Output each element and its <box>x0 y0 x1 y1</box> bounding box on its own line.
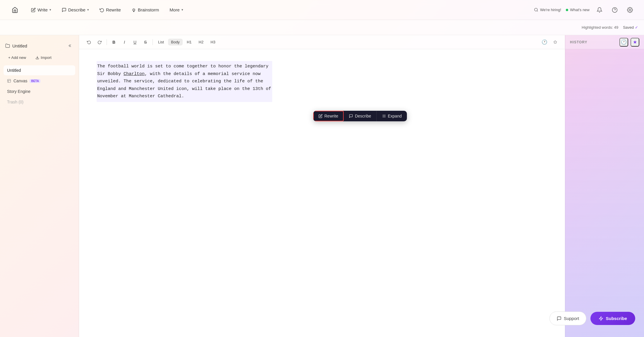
sidebar-title-area: Untitled <box>5 43 27 48</box>
separator-1 <box>107 39 107 45</box>
sidebar-item-untitled[interactable]: Untitled <box>4 65 75 75</box>
describe-chevron: ▾ <box>87 8 89 12</box>
history-panel-content <box>565 49 644 337</box>
highlighted-words: Highlighted words: 49 <box>582 25 618 30</box>
whats-new-badge[interactable]: What's new <box>566 8 590 12</box>
undo-button[interactable] <box>84 38 94 47</box>
sidebar-item-story-engine[interactable]: Story Engine <box>4 86 75 96</box>
list-button[interactable]: List <box>155 39 167 45</box>
secondary-toolbar: Highlighted words: 49 Saved ✓ <box>0 20 644 35</box>
green-dot <box>566 9 568 11</box>
sidebar-actions: + Add new Import <box>4 53 75 62</box>
svg-point-0 <box>535 8 537 11</box>
nav-right: We're hiring! What's new <box>534 5 635 15</box>
strikethrough-button[interactable]: S <box>141 38 150 47</box>
fab-rewrite-button[interactable]: Rewrite <box>313 111 344 121</box>
hiring-badge[interactable]: We're hiring! <box>534 8 561 12</box>
body-format-button[interactable]: Body <box>168 39 183 45</box>
bell-button[interactable] <box>594 5 605 15</box>
history-clock-button[interactable]: 🕐 <box>540 38 549 47</box>
nav-left: Write ▾ Describe ▾ Rewrite Brainstorm Mo… <box>9 4 188 16</box>
check-icon: ✓ <box>635 25 638 30</box>
describe-button[interactable]: Describe ▾ <box>57 4 94 15</box>
history-tools: 🕐 ✩ <box>540 38 560 47</box>
underline-button[interactable]: U <box>130 38 140 47</box>
floating-action-bar: Rewrite Describe Expand <box>313 111 407 121</box>
app-layout: Untitled + Add new Import Untitled Canva… <box>0 35 644 337</box>
editor-area: B I U S List Body H1 H2 <box>79 35 565 337</box>
charlton-link[interactable]: Charlton <box>124 72 145 76</box>
more-chevron: ▾ <box>181 8 183 12</box>
history-star-button[interactable]: ✩ <box>550 38 560 47</box>
more-button[interactable]: More ▾ <box>165 4 188 15</box>
support-button[interactable]: Support <box>549 312 587 325</box>
history-title: HISTORY <box>570 40 587 44</box>
settings-button[interactable] <box>625 5 635 15</box>
nav-toolbar: Write ▾ Describe ▾ Rewrite Brainstorm Mo… <box>26 4 188 15</box>
svg-rect-5 <box>8 79 11 83</box>
sidebar-item-canvas[interactable]: Canvas BETA <box>4 76 75 86</box>
history-clock-icon-button[interactable]: 🕐 <box>619 38 628 47</box>
editor-paragraph[interactable]: The football world is set to come togeth… <box>97 61 272 102</box>
toolbar-status: Highlighted words: 49 Saved ✓ <box>582 25 638 30</box>
top-nav: Write ▾ Describe ▾ Rewrite Brainstorm Mo… <box>0 0 644 20</box>
write-chevron: ▾ <box>49 8 51 12</box>
sidebar: Untitled + Add new Import Untitled Canva… <box>0 35 79 337</box>
subscribe-button[interactable]: Subscribe <box>590 312 635 325</box>
h1-format-button[interactable]: H1 <box>184 39 195 45</box>
editor-content[interactable]: The football world is set to come togeth… <box>79 49 565 337</box>
editor-toolbar: B I U S List Body H1 H2 <box>79 35 565 49</box>
italic-button[interactable]: I <box>120 38 129 47</box>
bold-button[interactable]: B <box>109 38 119 47</box>
rewrite-button[interactable]: Rewrite <box>95 4 126 15</box>
brainstorm-button[interactable]: Brainstorm <box>127 4 164 15</box>
add-new-button[interactable]: + Add new <box>5 53 30 62</box>
sidebar-item-trash[interactable]: Trash (0) <box>4 97 75 107</box>
write-button[interactable]: Write ▾ <box>26 4 56 15</box>
home-button[interactable] <box>9 4 21 16</box>
saved-badge: Saved ✓ <box>623 25 638 30</box>
beta-badge: BETA <box>30 79 40 83</box>
help-button[interactable] <box>609 5 620 15</box>
history-icon-group: 🕐 ★ <box>619 38 639 47</box>
h3-format-button[interactable]: H3 <box>208 39 218 45</box>
h2-format-button[interactable]: H2 <box>196 39 207 45</box>
history-star-icon-button[interactable]: ★ <box>631 38 639 47</box>
bottom-actions: Support Subscribe <box>549 312 635 325</box>
svg-point-3 <box>629 9 631 11</box>
separator-2 <box>153 39 153 45</box>
right-panel: HISTORY 🕐 ★ <box>565 35 644 337</box>
sidebar-collapse-button[interactable] <box>65 42 73 50</box>
svg-marker-9 <box>599 316 603 320</box>
sidebar-header: Untitled <box>4 39 75 53</box>
sidebar-document-title: Untitled <box>12 43 27 48</box>
fab-describe-button[interactable]: Describe <box>344 111 376 121</box>
history-header: HISTORY 🕐 ★ <box>565 35 644 49</box>
sidebar-nav: Untitled Canvas BETA Story Engine Trash … <box>4 65 75 107</box>
import-button[interactable]: Import <box>32 53 55 62</box>
redo-button[interactable] <box>95 38 104 47</box>
fab-expand-button[interactable]: Expand <box>377 111 407 121</box>
